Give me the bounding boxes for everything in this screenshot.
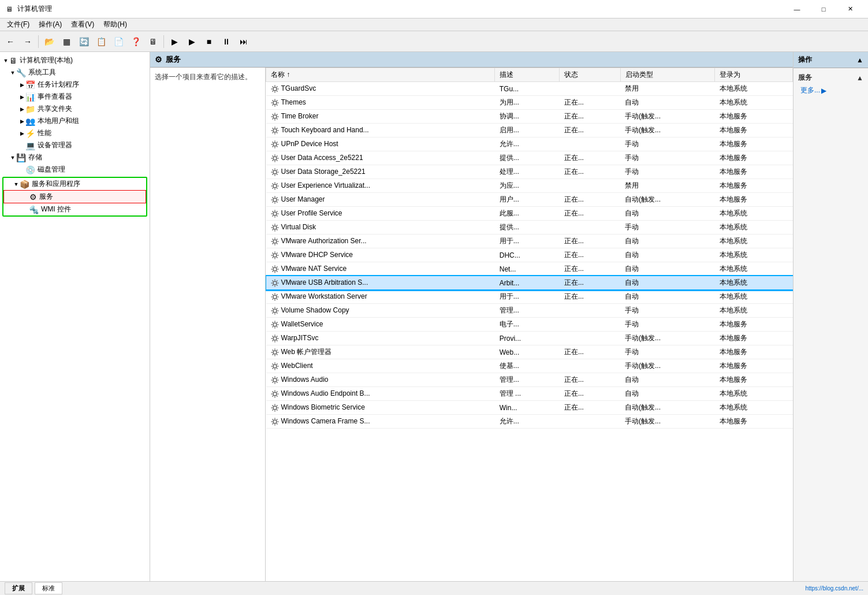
- toolbar-btn-paste[interactable]: 📄: [110, 34, 126, 50]
- svc-desc: 提供...: [495, 151, 560, 165]
- table-row[interactable]: VMware USB Arbitration S... Arbit... 正在.…: [266, 276, 793, 290]
- table-row[interactable]: Time Broker 协调... 正在... 手动(触发... 本地服务: [266, 110, 793, 124]
- expand-icon-storage[interactable]: ▼: [9, 155, 16, 161]
- table-row[interactable]: Themes 为用... 正在... 自动 本地系统: [266, 96, 793, 110]
- table-row[interactable]: Windows Audio Endpoint B... 管理 ... 正在...…: [266, 387, 793, 401]
- table-row[interactable]: UPnP Device Host 允许... 手动 本地服务: [266, 137, 793, 151]
- toolbar-btn-help[interactable]: ❓: [128, 34, 144, 50]
- table-row[interactable]: VMware DHCP Service DHC... 正在... 自动 本地系统: [266, 248, 793, 262]
- svc-startup: 自动: [620, 207, 715, 221]
- tree-item-task-scheduler[interactable]: ▶ 📅 任务计划程序: [0, 79, 150, 91]
- tab-expand[interactable]: 扩展: [5, 582, 32, 594]
- col-header-logon[interactable]: 登录为: [715, 68, 793, 82]
- table-row[interactable]: WarpJITSvc Provi... 手动(触发... 本地服务: [266, 332, 793, 345]
- expand-icon-system-tools[interactable]: ▼: [9, 70, 16, 76]
- table-row[interactable]: WebClient 使基... 手动(触发... 本地服务: [266, 359, 793, 373]
- svc-logon: 本地服务: [715, 165, 793, 179]
- toolbar-btn-play2[interactable]: ▶: [184, 34, 200, 50]
- tree-item-services[interactable]: ⚙ 服务: [3, 190, 146, 203]
- table-row[interactable]: WalletService 电子... 手动 本地服务: [266, 318, 793, 332]
- tree-item-shared-folders[interactable]: ▶ 📁 共享文件夹: [0, 103, 150, 115]
- expand-icon-event[interactable]: ▶: [18, 94, 25, 100]
- table-row[interactable]: User Data Storage_2e5221 处理... 正在... 手动 …: [266, 165, 793, 179]
- maximize-button[interactable]: □: [810, 0, 837, 18]
- toolbar-btn-stop[interactable]: ■: [201, 34, 217, 50]
- tree-label-device: 设备管理器: [38, 140, 72, 150]
- minimize-button[interactable]: —: [784, 0, 810, 18]
- tree-item-local-users[interactable]: ▶ 👥 本地用户和组: [0, 115, 150, 127]
- table-row[interactable]: User Data Access_2e5221 提供... 正在... 手动 本…: [266, 151, 793, 165]
- tree-item-services-apps[interactable]: ▼ 📦 服务和应用程序: [3, 178, 146, 190]
- menu-help[interactable]: 帮助(H): [99, 18, 132, 31]
- right-panel-more[interactable]: 更多... ▶: [798, 84, 863, 97]
- svg-line-113: [272, 252, 273, 253]
- toolbar-btn-copy[interactable]: 📋: [93, 34, 109, 50]
- svc-startup: 自动(触发...: [620, 401, 715, 415]
- table-row[interactable]: Windows Biometric Service Win... 正在... 自…: [266, 401, 793, 415]
- svc-logon: 本地服务: [715, 110, 793, 124]
- expand-icon-task[interactable]: ▶: [18, 82, 25, 88]
- table-row[interactable]: Virtual Disk 提供... 手动 本地系统: [266, 221, 793, 235]
- table-row[interactable]: VMware Workstation Server 用于... 正在... 自动…: [266, 290, 793, 304]
- tree-item-disk-mgmt[interactable]: 💿 磁盘管理: [0, 163, 150, 176]
- table-row[interactable]: TGuardSvc TGu... 禁用 本地系统: [266, 82, 793, 96]
- expand-icon-shared[interactable]: ▶: [18, 106, 25, 112]
- services-table-area[interactable]: 名称 ↑ 描述 状态 启动类型 登录为: [266, 68, 793, 581]
- right-panel-more-arrow: ▶: [821, 87, 826, 95]
- expand-icon-users[interactable]: ▶: [18, 118, 25, 124]
- svg-line-158: [272, 322, 273, 322]
- svc-name: User Data Storage_2e5221: [266, 165, 495, 179]
- toolbar-btn-pause[interactable]: ⏸: [218, 34, 234, 50]
- menu-file[interactable]: 文件(F): [2, 18, 34, 31]
- toolbar-btn-grid[interactable]: ▦: [58, 34, 74, 50]
- table-row[interactable]: User Experience Virtualizat... 为应... 禁用 …: [266, 179, 793, 193]
- close-button[interactable]: ✕: [837, 0, 863, 18]
- tree-item-performance[interactable]: ▶ ⚡ 性能: [0, 127, 150, 139]
- back-button[interactable]: ←: [2, 34, 18, 50]
- col-header-status[interactable]: 状态: [560, 68, 620, 82]
- right-panel-title: 操作: [798, 55, 812, 65]
- toolbar-btn-skip[interactable]: ⏭: [236, 34, 252, 50]
- tree-item-event-viewer[interactable]: ▶ 📊 事件查看器: [0, 91, 150, 103]
- toolbar-btn-play1[interactable]: ▶: [166, 34, 182, 50]
- toolbar-btn-folder[interactable]: 📂: [41, 34, 57, 50]
- svc-status: [560, 332, 620, 345]
- col-header-name[interactable]: 名称 ↑: [266, 68, 495, 82]
- tree-item-storage[interactable]: ▼ 💾 存储: [0, 151, 150, 163]
- tree-item-system-tools[interactable]: ▼ 🔧 系统工具: [0, 66, 150, 79]
- menu-view[interactable]: 查看(V): [66, 18, 99, 31]
- table-row[interactable]: Windows Audio 管理... 正在... 自动 本地服务: [266, 373, 793, 387]
- tree-item-root[interactable]: ▼ 🖥 计算机管理(本地): [0, 54, 150, 66]
- svc-startup: 禁用: [620, 179, 715, 193]
- expand-icon-root[interactable]: ▼: [2, 58, 9, 64]
- menu-action[interactable]: 操作(A): [34, 18, 66, 31]
- table-row[interactable]: Volume Shadow Copy 管理... 手动 本地系统: [266, 304, 793, 318]
- tree-item-wmi[interactable]: 🔩 WMI 控件: [3, 203, 146, 215]
- table-row[interactable]: VMware Authorization Ser... 用于... 正在... …: [266, 235, 793, 248]
- toolbar-btn-refresh[interactable]: 🔄: [76, 34, 92, 50]
- col-header-desc[interactable]: 描述: [495, 68, 560, 82]
- table-row[interactable]: User Manager 用户... 正在... 自动(触发... 本地服务: [266, 193, 793, 207]
- expand-icon-perf[interactable]: ▶: [18, 131, 25, 136]
- toolbar-btn-monitor[interactable]: 🖥: [145, 34, 161, 50]
- svg-point-198: [273, 392, 277, 396]
- svg-line-195: [277, 382, 277, 382]
- svg-line-161: [272, 326, 273, 327]
- tab-standard[interactable]: 标准: [35, 582, 62, 594]
- tree-label-perf: 性能: [38, 128, 51, 138]
- svg-point-27: [273, 129, 277, 132]
- svg-line-196: [277, 377, 277, 378]
- svg-line-35: [272, 132, 273, 133]
- table-row[interactable]: VMware NAT Service Net... 正在... 自动 本地系统: [266, 262, 793, 276]
- tree-label-storage: 存储: [28, 153, 42, 162]
- svc-name: User Manager: [266, 193, 495, 207]
- col-header-startup[interactable]: 启动类型: [620, 68, 715, 82]
- tree-item-device-manager[interactable]: 💻 设备管理器: [0, 139, 150, 151]
- table-row[interactable]: Windows Camera Frame S... 允许... 手动(触发...…: [266, 415, 793, 429]
- svg-line-86: [272, 211, 273, 211]
- forward-button[interactable]: →: [20, 34, 36, 50]
- table-row[interactable]: Touch Keyboard and Hand... 启用... 正在... 手…: [266, 124, 793, 137]
- expand-icon-svcapps[interactable]: ▼: [13, 181, 20, 187]
- table-row[interactable]: Web 帐户管理器 Web... 正在... 手动 本地服务: [266, 345, 793, 359]
- table-row[interactable]: User Profile Service 此服... 正在... 自动 本地系统: [266, 207, 793, 221]
